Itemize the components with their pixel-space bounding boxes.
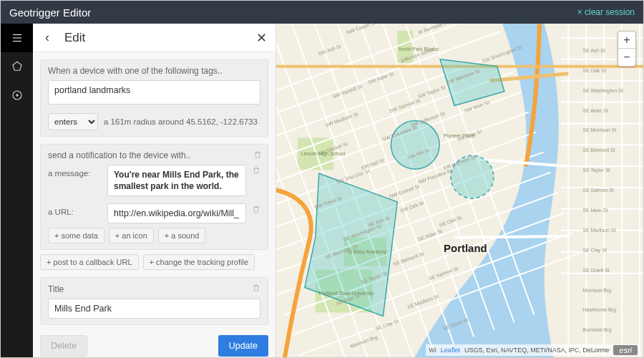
svg-line-48 [454,236,568,238]
clear-title-icon[interactable] [252,284,260,294]
menu-icon [11,32,24,44]
street-label: SE Madison St [406,294,439,309]
update-button[interactable]: Update [218,335,268,357]
street-label: SE Salmon St [582,188,613,193]
delete-action-icon[interactable] [253,149,262,162]
rail-radius-tool[interactable] [1,81,33,110]
street-label: SE Taylor St [582,168,610,173]
tags-group: When a device with one of the following … [40,59,268,137]
rail-menu-button[interactable] [1,24,33,52]
chevron-left-icon: ‹ [45,30,49,45]
trash-icon [252,166,260,175]
action-group: send a notification to the device with..… [40,144,268,250]
street-label: SE Madison St [582,228,615,233]
street-label: SE Clay St [374,318,399,332]
map-attribution: Wi Leaflet USGS, Esri, NAVTEQ, METI/NASA… [426,344,640,356]
chip-a-sound[interactable]: + a sound [158,228,206,243]
street-label: Hawthorne Brg [582,307,616,313]
close-icon: ✕ [256,30,267,46]
title-group: Title [40,277,268,325]
action-heading: send a notification to the device with.. [48,150,260,160]
street-label: SE Belmont St [582,147,615,153]
clear-message-icon[interactable] [252,165,260,178]
zoom-control: + − [618,31,636,67]
message-input[interactable]: You're near Mills End Park, the smallest… [107,165,246,196]
street-label: SW Sheridan St [336,168,371,185]
city-label: Portland [444,242,487,254]
title-input[interactable] [48,299,260,319]
street-label: SE Alder St [582,108,608,113]
street-label: Burnside Brg [582,327,611,333]
polygon-icon [11,60,24,73]
topbar: Geotrigger Editor × clear session [1,1,643,24]
action-extras-row2: + post to a callback URL + change the tr… [40,254,268,270]
message-label: a message: [48,165,102,178]
park-label: St Mary Academy [348,249,387,255]
condition-select[interactable]: enters [48,113,98,130]
zoom-in-button[interactable]: + [618,32,635,49]
trash-icon [252,284,260,292]
target-icon [11,89,24,102]
map-svg: Portland NW Couch StW Burnside StSW Ash … [276,24,643,357]
street-label: SE Ash St [582,48,605,53]
clear-url-icon[interactable] [252,203,260,216]
back-button[interactable]: ‹ [33,24,62,52]
street-label: SE Clay St [582,248,607,253]
street-label: SE Salmon St [428,266,459,281]
street-label: SE Grant St [582,268,609,273]
street-label: SE Washington St [582,88,623,94]
leaflet-link[interactable]: Leaflet [441,347,460,354]
title-heading: Title [48,284,64,294]
tool-rail [1,24,33,357]
chip-an-icon[interactable]: + an icon [109,228,154,243]
chip-callback-url[interactable]: + post to a callback URL [40,254,139,270]
map-canvas[interactable]: Portland NW Couch StW Burnside StSW Ash … [276,24,643,357]
zoom-out-button[interactable]: − [618,49,635,66]
url-label: a URL: [48,203,102,216]
street-label: SW Oak St [399,200,424,213]
park-label: Lincoln High School [301,151,346,157]
action-extras-row1: + some data + an icon + a sound [48,228,260,243]
street-label: SE Belmont St [392,251,424,267]
street-label: NW Flanders St [417,168,452,185]
panel-title: Edit [62,31,247,45]
clear-session-link[interactable]: × clear session [577,7,635,17]
street-label: NW Everett St [389,183,420,199]
street-label: SE Main St [582,208,608,213]
chip-tracking-profile[interactable]: + change the tracking profile [143,254,255,270]
street-label: SE Morrison St [582,127,616,132]
street-label: NW Couch St [346,24,376,35]
trash-icon [252,205,260,213]
svg-point-1 [16,95,17,96]
street-label: SE Oak St [439,215,462,228]
street-label: SE Oak St [582,68,606,73]
url-input[interactable] [107,203,246,223]
attribution-text: USGS, Esri, NAVTEQ, METI/NASA, iPC, DeLo… [464,347,609,354]
rail-polygon-tool[interactable] [1,52,33,81]
trash-icon [253,150,262,159]
delete-button[interactable]: Delete [40,335,87,357]
esri-logo: esri [613,345,638,355]
street-label: SW Madison St [325,111,359,127]
tags-input[interactable]: portland landmarks [48,80,260,105]
panel-footer: Delete Update [40,335,268,357]
close-button[interactable]: ✕ [247,24,275,52]
app-title: Geotrigger Editor [9,6,91,19]
park-label: North Park Blocks [399,47,439,52]
edit-panel: ‹ Edit ✕ When a device with one of the f… [33,24,276,357]
condition-description: a 161m radius around 45.5162, -122.6733 [104,117,258,126]
street-label: Morrison Brg [582,288,611,294]
chip-some-data[interactable]: + some data [48,228,104,243]
tags-heading: When a device with one of the following … [48,66,260,76]
street-label: SW Ash St [318,44,342,57]
park-label: Pioneer Place [444,133,475,138]
park-label: Portland State University [319,291,374,296]
panel-header: ‹ Edit ✕ [33,24,275,52]
